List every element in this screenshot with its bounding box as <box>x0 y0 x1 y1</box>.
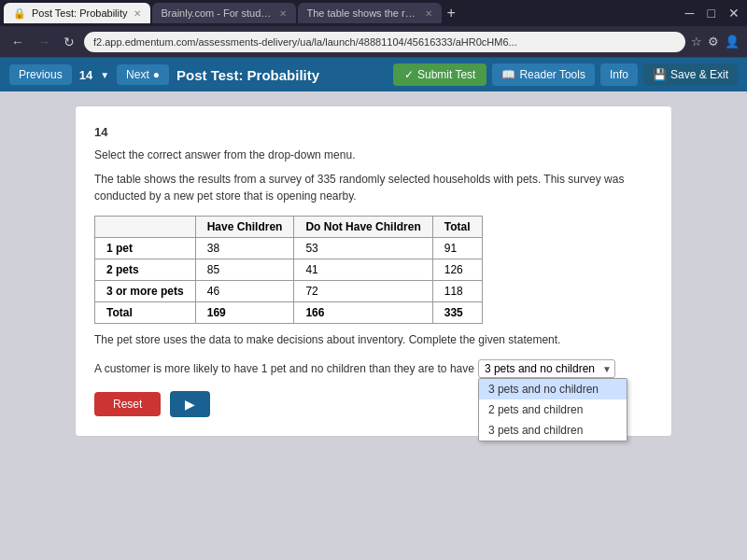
page-number: 14 <box>79 68 92 82</box>
maximize-button[interactable]: □ <box>704 4 719 22</box>
answer-dropdown-container: 3 pets and no children2 pets and childre… <box>478 359 615 378</box>
dropdown-item-1[interactable]: 3 pets and no children <box>479 379 627 399</box>
table-row-total: Total 169 166 335 <box>95 302 483 324</box>
profile-icon[interactable]: 👤 <box>725 35 740 49</box>
save-label: Save & Exit <box>670 68 728 81</box>
next-label: Next <box>126 68 149 81</box>
forward-button[interactable]: → <box>34 33 54 51</box>
save-exit-button[interactable]: 💾 Save & Exit <box>643 63 738 86</box>
close-browser-button[interactable]: ✕ <box>725 4 743 22</box>
extensions-icon[interactable]: ⚙ <box>708 35 719 49</box>
tab-label: Post Test: Probability <box>32 7 128 19</box>
answer-select[interactable]: 3 pets and no children2 pets and childre… <box>478 359 615 378</box>
prev-label: Previous <box>19 68 63 81</box>
cell-2pets-total: 126 <box>432 259 482 281</box>
minimize-button[interactable]: ─ <box>682 4 698 22</box>
col-header-have-children: Have Children <box>195 217 294 238</box>
table-row: 3 or more pets 46 72 118 <box>95 281 483 302</box>
next-button[interactable]: Next ● <box>117 64 169 85</box>
cell-2pets-nohave: 41 <box>294 259 432 281</box>
cell-1pet-total: 91 <box>432 238 482 259</box>
tab-label-2: Brainly.com - For students. By st... <box>162 7 274 19</box>
submit-label: Submit Test <box>417 68 475 81</box>
question-number: 14 <box>94 125 653 139</box>
next-arrow-button[interactable]: ▶ <box>170 391 210 417</box>
table-row: 1 pet 38 53 91 <box>95 238 483 259</box>
test-title: Post Test: Probability <box>176 67 386 83</box>
row-label-1pet: 1 pet <box>95 238 196 259</box>
cell-2pets-have: 85 <box>195 259 294 281</box>
dropdown-item-3[interactable]: 3 pets and children <box>479 420 627 441</box>
previous-button[interactable]: Previous <box>9 64 72 85</box>
cell-3pets-nohave: 72 <box>294 281 432 302</box>
tab-close-2[interactable]: ✕ <box>279 8 287 19</box>
info-button[interactable]: Info <box>600 63 638 86</box>
cell-3pets-total: 118 <box>432 281 482 302</box>
col-header-empty <box>95 217 196 238</box>
new-tab-button[interactable]: + <box>447 5 456 21</box>
reader-tools-button[interactable]: 📖 Reader Tools <box>492 63 595 86</box>
tab-table[interactable]: The table shows the results from... ✕ <box>298 3 442 23</box>
row-label-2pets: 2 pets <box>95 259 196 281</box>
reader-label: Reader Tools <box>519 68 585 81</box>
refresh-button[interactable]: ↻ <box>60 33 78 51</box>
reader-icon: 📖 <box>501 68 515 81</box>
cell-grand-total: 335 <box>432 302 482 324</box>
table-row: 2 pets 85 41 126 <box>95 259 483 281</box>
statement-container: A customer is more likely to have 1 pet … <box>94 359 653 378</box>
cell-1pet-nohave: 53 <box>294 238 432 259</box>
submit-icon: ✓ <box>404 68 414 81</box>
col-header-total: Total <box>432 217 482 238</box>
tab-post-test[interactable]: 🔒 Post Test: Probability ✕ <box>4 3 150 23</box>
submit-test-button[interactable]: ✓ Submit Test <box>393 63 486 86</box>
reset-label: Reset <box>113 398 142 411</box>
question-description: The table shows the results from a surve… <box>94 171 653 204</box>
row-label-3pets: 3 or more pets <box>95 281 196 302</box>
page-dropdown-icon[interactable]: ▼ <box>100 70 109 80</box>
next-arrow-icon: ▶ <box>185 397 195 412</box>
cell-total-nohave: 166 <box>294 302 432 324</box>
reset-button[interactable]: Reset <box>94 392 161 416</box>
next-icon: ● <box>153 68 160 81</box>
row-label-total: Total <box>95 302 196 324</box>
info-label: Info <box>610 68 628 81</box>
tab-close-1[interactable]: ✕ <box>134 8 141 19</box>
tab-brainly[interactable]: Brainly.com - For students. By st... ✕ <box>152 3 296 23</box>
bookmark-icon[interactable]: ☆ <box>691 35 702 49</box>
question-instruction: Select the correct answer from the drop-… <box>94 148 653 161</box>
question-note: The pet store uses the data to make deci… <box>94 333 653 346</box>
survey-table: Have Children Do Not Have Children Total… <box>94 216 483 324</box>
save-icon: 💾 <box>653 68 667 81</box>
dropdown-menu: 3 pets and no children 2 pets and childr… <box>478 378 627 441</box>
col-header-no-children: Do Not Have Children <box>294 217 432 238</box>
address-input[interactable] <box>84 32 685 52</box>
statement-prefix: A customer is more likely to have 1 pet … <box>94 362 474 375</box>
dropdown-item-2[interactable]: 2 pets and children <box>479 399 627 420</box>
cell-3pets-have: 46 <box>195 281 294 302</box>
tab-label-3: The table shows the results from... <box>307 7 419 19</box>
back-button[interactable]: ← <box>7 33 28 51</box>
cell-total-have: 169 <box>195 302 294 324</box>
tab-close-3[interactable]: ✕ <box>425 8 432 19</box>
cell-1pet-have: 38 <box>195 238 294 259</box>
question-card: 14 Select the correct answer from the dr… <box>75 105 672 437</box>
